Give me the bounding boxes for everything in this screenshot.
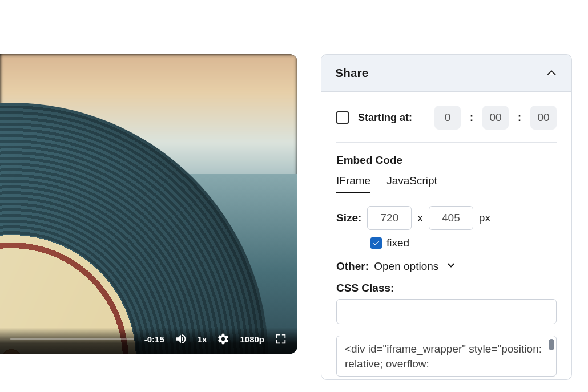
- size-x: x: [417, 212, 423, 224]
- fixed-label: fixed: [386, 237, 409, 249]
- player-controls: -0:15 1x 1080p: [0, 328, 297, 354]
- size-width-input[interactable]: [367, 206, 412, 230]
- tab-javascript[interactable]: JavaScript: [386, 175, 437, 193]
- open-options-link[interactable]: Open options: [374, 260, 438, 272]
- size-unit: px: [479, 212, 490, 224]
- fixed-checkbox[interactable]: [370, 237, 382, 249]
- size-height-input[interactable]: [429, 206, 473, 230]
- chevron-down-icon[interactable]: [445, 260, 457, 274]
- tab-iframe[interactable]: IFrame: [336, 175, 370, 193]
- embed-code-title: Embed Code: [336, 154, 557, 167]
- divider: [336, 142, 557, 143]
- starting-at-checkbox[interactable]: [336, 111, 349, 124]
- other-label: Other:: [336, 260, 369, 272]
- video-thumbnail: [0, 54, 297, 354]
- share-panel: Share Starting at: : : Embed Code IFrame…: [321, 54, 572, 380]
- embed-code-wrap: [336, 336, 557, 379]
- video-player[interactable]: -0:15 1x 1080p: [0, 54, 297, 354]
- time-colon-1: :: [470, 112, 473, 124]
- starting-at-label: Starting at:: [358, 112, 412, 124]
- size-row: Size: x px: [336, 206, 557, 230]
- playback-speed[interactable]: 1x: [198, 334, 207, 344]
- settings-gear-icon[interactable]: [217, 333, 229, 345]
- share-title: Share: [335, 66, 368, 80]
- time-colon-2: :: [518, 112, 521, 124]
- time-remaining: -0:15: [144, 334, 164, 344]
- start-minutes-input[interactable]: [482, 106, 509, 130]
- start-seconds-input[interactable]: [530, 106, 557, 130]
- embed-tabs: IFrame JavaScript: [336, 175, 557, 193]
- starting-at-row: Starting at: : :: [336, 106, 557, 130]
- share-panel-header[interactable]: Share: [321, 55, 571, 92]
- fixed-row: fixed: [370, 237, 557, 249]
- embed-code-textarea[interactable]: [336, 336, 557, 377]
- chevron-up-icon[interactable]: [545, 67, 558, 79]
- other-row: Other: Open options: [336, 260, 557, 274]
- volume-icon[interactable]: [175, 333, 187, 345]
- scrollbar-thumb[interactable]: [549, 339, 554, 350]
- size-label: Size:: [336, 212, 361, 224]
- fullscreen-icon[interactable]: [275, 333, 287, 345]
- css-class-label: CSS Class:: [336, 282, 557, 294]
- start-hours-input[interactable]: [434, 106, 461, 130]
- progress-bar[interactable]: [10, 338, 134, 340]
- css-class-input[interactable]: [336, 299, 557, 324]
- quality-label[interactable]: 1080p: [240, 334, 264, 344]
